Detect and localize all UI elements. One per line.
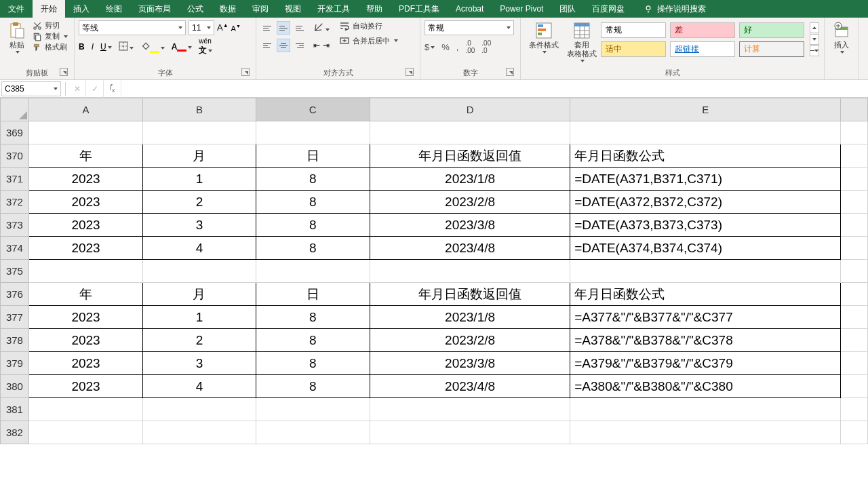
align-right-button[interactable] [293,39,307,52]
cell-A380[interactable]: 2023 [28,375,143,398]
cell-B373[interactable]: 3 [143,214,256,237]
row-header-372[interactable]: 372 [1,191,29,214]
cell-A381[interactable] [28,398,143,421]
cell-E373[interactable]: =DATE(A373,B373,C373) [570,214,841,237]
format-as-table-button[interactable]: 套用 表格格式 [563,20,601,64]
cell-C380[interactable]: 8 [256,375,370,398]
cell-C373[interactable]: 8 [256,214,370,237]
cell-A377[interactable]: 2023 [28,306,143,329]
name-box[interactable]: C385 [1,81,61,96]
cell-C376[interactable]: 日 [256,283,370,306]
row-header-377[interactable]: 377 [1,306,29,329]
cell-A379[interactable]: 2023 [28,352,143,375]
italic-button[interactable]: I [92,42,94,52]
decrease-decimal-button[interactable]: .00.0 [481,39,491,54]
cell-D377[interactable]: 2023/1/8 [370,306,570,329]
style-calculation[interactable]: 计算 [739,41,804,57]
cell-B381[interactable] [143,398,256,421]
align-top-button[interactable] [260,21,274,35]
cell-A372[interactable]: 2023 [28,191,143,214]
shrink-font-button[interactable]: A▼ [231,24,241,33]
menu-tab-14[interactable]: 团队 [551,0,584,18]
percent-format-button[interactable]: % [441,42,450,52]
menu-tab-10[interactable]: 帮助 [358,0,391,18]
styles-scroll-up[interactable] [810,22,819,33]
menu-tab-4[interactable]: 页面布局 [130,0,179,18]
menu-tab-7[interactable]: 审阅 [244,0,277,18]
style-hyperlink[interactable]: 超链接 [670,41,735,57]
conditional-format-button[interactable]: 条件格式 [525,20,563,55]
number-format-select[interactable]: 常规 [425,20,514,35]
borders-button[interactable] [119,41,134,53]
cell-E370[interactable]: 年月日函数公式 [570,144,841,168]
align-left-button[interactable] [260,39,274,52]
col-header-B[interactable]: B [143,98,256,121]
cell-A370[interactable]: 年 [28,144,143,168]
accounting-format-button[interactable]: $ [425,42,435,52]
cell-B382[interactable] [143,421,256,444]
cell-B369[interactable] [143,121,256,144]
menu-tab-11[interactable]: PDF工具集 [391,0,448,18]
row-header-376[interactable]: 376 [1,283,29,306]
tell-me-search[interactable]: 操作说明搜索 [637,0,713,18]
menu-tab-1[interactable]: 开始 [33,0,65,18]
cell-E372[interactable]: =DATE(A372,B372,C372) [570,191,841,214]
cell-C378[interactable]: 8 [256,329,370,352]
row-header-371[interactable]: 371 [1,168,29,191]
menu-tab-9[interactable]: 开发工具 [309,0,358,18]
align-bottom-button[interactable] [293,21,307,35]
style-good[interactable]: 好 [739,22,804,38]
menu-tab-5[interactable]: 公式 [179,0,212,18]
cell-D381[interactable] [370,398,570,421]
cell-B374[interactable]: 4 [143,237,256,260]
font-size-select[interactable]: 11 [189,20,214,35]
formula-input[interactable] [121,81,868,96]
wrap-text-button[interactable]: 自动换行 [338,20,399,31]
row-header-381[interactable]: 381 [1,398,29,421]
clipboard-launcher[interactable] [60,68,68,76]
underline-button[interactable]: U [100,42,112,52]
cell-B377[interactable]: 1 [143,306,256,329]
cell-C379[interactable]: 8 [256,352,370,375]
comma-format-button[interactable]: , [456,42,459,52]
styles-scroll-down[interactable] [810,34,819,45]
row-header-380[interactable]: 380 [1,375,29,398]
cell-A374[interactable]: 2023 [28,237,143,260]
row-header-374[interactable]: 374 [1,237,29,260]
row-header-370[interactable]: 370 [1,144,29,168]
menu-tab-8[interactable]: 视图 [277,0,309,18]
font-launcher[interactable] [241,68,250,76]
format-painter-button[interactable]: 格式刷 [31,42,69,52]
insert-cells-button[interactable]: 插入 [829,20,854,55]
cell-E377[interactable]: =A377&"/"&B377&"/"&C377 [570,306,841,329]
cell-B375[interactable] [143,260,256,283]
cell-A369[interactable] [28,121,143,144]
spreadsheet-grid[interactable]: ABCDE369370年月日年月日函数返回值年月日函数公式37120231820… [0,98,868,444]
select-all-corner[interactable] [1,98,29,121]
copy-button[interactable]: 复制 [31,31,69,41]
cell-A373[interactable]: 2023 [28,214,143,237]
cell-C372[interactable]: 8 [256,191,370,214]
cell-A371[interactable]: 2023 [28,168,143,191]
menu-tab-6[interactable]: 数据 [212,0,244,18]
cell-E379[interactable]: =A379&"/"&B379&"/"&C379 [570,352,841,375]
cell-E375[interactable] [570,260,841,283]
cell-E381[interactable] [570,398,841,421]
cell-D379[interactable]: 2023/3/8 [370,352,570,375]
menu-tab-0[interactable]: 文件 [0,0,33,18]
cell-C377[interactable]: 8 [256,306,370,329]
row-header-369[interactable]: 369 [1,121,29,144]
row-header-382[interactable]: 382 [1,421,29,444]
cell-D371[interactable]: 2023/1/8 [370,168,570,191]
cell-B371[interactable]: 1 [143,168,256,191]
col-header-C[interactable]: C [256,98,370,121]
enter-formula-button[interactable]: ✓ [86,80,104,98]
row-header-379[interactable]: 379 [1,352,29,375]
cell-B379[interactable]: 3 [143,352,256,375]
align-center-button[interactable] [277,39,290,52]
style-neutral[interactable]: 适中 [601,41,666,57]
cell-C369[interactable] [256,121,370,144]
cell-D374[interactable]: 2023/4/8 [370,237,570,260]
menu-tab-13[interactable]: Power Pivot [492,0,551,18]
cell-E380[interactable]: =A380&"/"&B380&"/"&C380 [570,375,841,398]
